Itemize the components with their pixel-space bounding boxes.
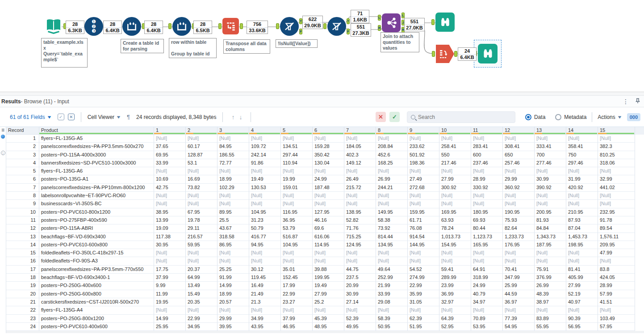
value-cell[interactable]: [Null]	[249, 192, 281, 200]
tool-annotation-filter1[interactable]: !IsNull([Value])	[276, 39, 318, 48]
browse-tool-1[interactable]	[435, 13, 455, 32]
value-cell[interactable]: 19.78	[186, 216, 217, 224]
value-cell[interactable]: [Null]	[439, 306, 471, 314]
value-cell[interactable]: 27.99	[313, 290, 344, 298]
value-cell[interactable]: 318.06	[598, 159, 635, 167]
product-cell[interactable]: posters~PO-115A-ABRI	[39, 224, 154, 233]
value-cell[interactable]: 43.67	[217, 224, 249, 233]
value-cell[interactable]: 159.95	[408, 208, 439, 216]
record-cell[interactable]: 23	[6, 315, 39, 323]
product-cell[interactable]: posters~PO-135G-A1	[39, 175, 154, 183]
value-cell[interactable]: 103.49	[598, 315, 635, 323]
output-anchor[interactable]	[240, 23, 243, 29]
value-cell[interactable]: [Null]	[376, 192, 408, 200]
value-cell[interactable]: 53.95	[471, 323, 503, 331]
value-cell[interactable]: [Null]	[344, 192, 376, 200]
value-cell[interactable]: 54.52	[408, 266, 439, 274]
value-cell[interactable]: 237.5	[344, 274, 376, 282]
value-cell[interactable]: 110.94	[281, 159, 313, 167]
value-cell[interactable]: 242.14	[249, 151, 281, 159]
value-cell[interactable]: 23.27	[281, 298, 313, 306]
value-cell[interactable]: 1,013.73	[439, 233, 471, 241]
value-cell[interactable]: [Null]	[598, 257, 635, 265]
column-header[interactable]: 15	[598, 127, 635, 135]
output-anchor-false[interactable]: F	[347, 29, 350, 34]
value-cell[interactable]: 750	[566, 151, 598, 159]
value-cell[interactable]: 358.41	[566, 143, 598, 151]
value-cell[interactable]: 650	[503, 151, 535, 159]
value-cell[interactable]: 71.76	[344, 224, 376, 233]
connection-badge[interactable]: 286.4KB	[103, 21, 122, 34]
value-cell[interactable]: [Null]	[154, 167, 186, 175]
value-cell[interactable]: 232.95	[598, 208, 635, 216]
value-cell[interactable]: 64.39	[439, 315, 471, 323]
value-cell[interactable]: 810.25	[598, 151, 635, 159]
more-options-icon[interactable]: ⋮	[623, 98, 629, 105]
value-cell[interactable]: 67.95	[186, 208, 217, 216]
value-cell[interactable]: 33.99	[376, 290, 408, 298]
record-cell[interactable]: 20	[6, 290, 39, 298]
value-cell[interactable]: [Null]	[186, 200, 217, 208]
value-cell[interactable]: 308.41	[503, 143, 535, 151]
value-cell[interactable]: 22.99	[186, 315, 217, 323]
value-cell[interactable]: 81.41	[566, 266, 598, 274]
value-cell[interactable]: 69.93	[471, 216, 503, 224]
value-cell[interactable]: [Null]	[249, 200, 281, 208]
value-cell[interactable]: [Null]	[503, 192, 535, 200]
value-cell[interactable]: 1,123.73	[471, 233, 503, 241]
record-cell[interactable]: 10	[6, 208, 39, 216]
input-anchor[interactable]	[323, 23, 326, 29]
value-cell[interactable]: 63.93	[439, 216, 471, 224]
value-cell[interactable]: 159.28	[313, 143, 344, 151]
input-anchor[interactable]	[168, 23, 171, 29]
value-cell[interactable]: [Null]	[376, 257, 408, 265]
value-cell[interactable]: [Null]	[535, 257, 566, 265]
input-data-tool[interactable]	[45, 17, 63, 35]
value-cell[interactable]: 62.39	[408, 315, 439, 323]
value-cell[interactable]: 119.45	[249, 274, 281, 282]
input-anchor-right[interactable]: R	[378, 25, 381, 31]
value-cell[interactable]: [Null]	[313, 249, 344, 257]
value-cell[interactable]: 149.12	[344, 159, 376, 167]
value-cell[interactable]: 550	[439, 151, 471, 159]
value-cell[interactable]: 52.19	[566, 290, 598, 298]
product-cell[interactable]: posters~PO-275FBP-400x590	[39, 216, 154, 224]
value-cell[interactable]: [Null]	[408, 135, 439, 143]
record-cell[interactable]: 9	[6, 200, 39, 208]
join-tool[interactable]: L R L J R	[382, 13, 401, 32]
value-cell[interactable]: 21.49	[249, 290, 281, 298]
value-cell[interactable]: [Null]	[408, 306, 439, 314]
value-cell[interactable]: 300.92	[439, 184, 471, 192]
value-cell[interactable]: 289.99	[439, 274, 471, 282]
value-cell[interactable]: [Null]	[249, 249, 281, 257]
value-cell[interactable]: 13.99	[154, 216, 186, 224]
value-cell[interactable]: [Null]	[249, 306, 281, 314]
value-cell[interactable]: 376.99	[535, 274, 566, 282]
value-cell[interactable]: 32.99	[598, 175, 635, 183]
value-cell[interactable]: 402.3	[344, 151, 376, 159]
value-cell[interactable]: 89.95	[217, 208, 249, 216]
value-cell[interactable]: 51.95	[408, 323, 439, 331]
value-cell[interactable]: [Null]	[471, 135, 503, 143]
value-cell[interactable]: 1,343.73	[535, 233, 566, 241]
value-cell[interactable]: 30.95	[154, 241, 186, 249]
record-id-tool[interactable]: ❶❷❸	[84, 17, 103, 36]
value-cell[interactable]: [Null]	[154, 306, 186, 314]
value-cell[interactable]: [Null]	[186, 249, 217, 257]
value-cell[interactable]: 258.41	[439, 143, 471, 151]
search-input[interactable]	[418, 114, 503, 120]
connection-badge[interactable]: 55127.3KB	[351, 23, 371, 37]
value-cell[interactable]: 30.12	[249, 266, 281, 274]
value-cell[interactable]: 83.8	[598, 266, 635, 274]
product-cell[interactable]: flyers~FL-135G-A6	[39, 167, 154, 175]
value-cell[interactable]: 70.41	[503, 266, 535, 274]
connection-badge[interactable]: 711.6KB	[351, 10, 369, 23]
value-cell[interactable]: [Null]	[535, 167, 566, 175]
value-cell[interactable]: 84.84	[535, 224, 566, 233]
record-cell[interactable]: 15	[6, 249, 39, 257]
value-cell[interactable]: 36.97	[503, 298, 535, 306]
profile-icon[interactable]: )	[1, 151, 5, 155]
value-cell[interactable]: [Null]	[313, 135, 344, 143]
value-cell[interactable]: 24.99	[471, 282, 503, 290]
value-cell[interactable]: 54.95	[503, 323, 535, 331]
